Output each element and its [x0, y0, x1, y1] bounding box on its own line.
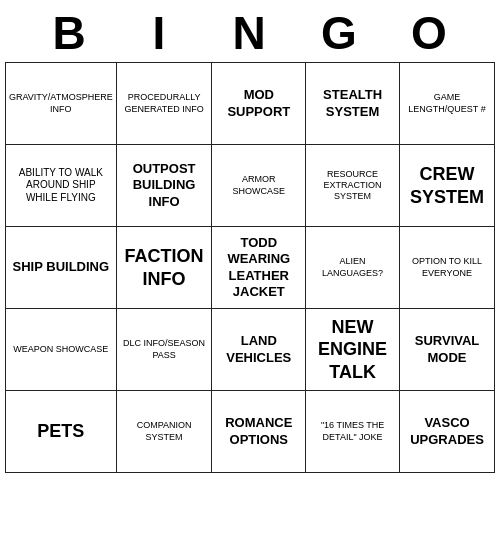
cell-content-3-0: WEAPON SHOWCASE [9, 344, 113, 355]
bingo-grid: GRAVITY/ATMOSPHERE INFOPROCEDURALLY GENE… [5, 62, 495, 473]
grid-cell-2-0: SHIP BUILDING [6, 227, 117, 309]
cell-content-3-2: LAND VEHICLES [215, 333, 302, 366]
bingo-letter-o: O [385, 6, 475, 60]
grid-cell-4-4: VASCO UPGRADES [400, 391, 495, 473]
grid-cell-2-2: TODD WEARING LEATHER JACKET [212, 227, 306, 309]
cell-content-2-0: SHIP BUILDING [9, 259, 113, 275]
grid-cell-0-3: STEALTH SYSTEM [306, 63, 400, 145]
grid-cell-0-2: MOD SUPPORT [212, 63, 306, 145]
cell-content-4-0: PETS [9, 420, 113, 443]
grid-cell-3-1: DLC INFO/SEASON PASS [116, 309, 212, 391]
cell-content-2-2: TODD WEARING LEATHER JACKET [215, 235, 302, 300]
cell-content-1-1: OUTPOST BUILDING INFO [120, 161, 209, 210]
grid-cell-1-4: CREW SYSTEM [400, 145, 495, 227]
bingo-letter-i: I [115, 6, 205, 60]
cell-content-0-1: PROCEDURALLY GENERATED INFO [120, 92, 209, 115]
cell-content-2-3: ALIEN LANGUAGES? [309, 256, 396, 279]
grid-cell-0-1: PROCEDURALLY GENERATED INFO [116, 63, 212, 145]
cell-content-1-3: RESOURCE EXTRACTION SYSTEM [309, 169, 396, 203]
grid-row-2: SHIP BUILDINGFACTION INFOTODD WEARING LE… [6, 227, 495, 309]
grid-cell-2-3: ALIEN LANGUAGES? [306, 227, 400, 309]
grid-cell-0-4: GAME LENGTH/QUEST # [400, 63, 495, 145]
cell-content-2-1: FACTION INFO [120, 245, 209, 290]
bingo-letter-g: G [295, 6, 385, 60]
cell-content-3-1: DLC INFO/SEASON PASS [120, 338, 209, 361]
grid-cell-3-0: WEAPON SHOWCASE [6, 309, 117, 391]
grid-cell-4-1: COMPANION SYSTEM [116, 391, 212, 473]
grid-cell-2-4: OPTION TO KILL EVERYONE [400, 227, 495, 309]
grid-cell-4-0: PETS [6, 391, 117, 473]
grid-row-0: GRAVITY/ATMOSPHERE INFOPROCEDURALLY GENE… [6, 63, 495, 145]
cell-content-1-4: CREW SYSTEM [403, 163, 491, 208]
bingo-letter-n: N [205, 6, 295, 60]
bingo-letter-b: B [25, 6, 115, 60]
cell-content-1-0: ABILITY TO WALK AROUND SHIP WHILE FLYING [9, 167, 113, 205]
grid-row-4: PETSCOMPANION SYSTEMROMANCE OPTIONS"16 t… [6, 391, 495, 473]
grid-cell-3-3: NEW ENGINE TALK [306, 309, 400, 391]
grid-cell-1-2: ARMOR SHOWCASE [212, 145, 306, 227]
grid-cell-2-1: FACTION INFO [116, 227, 212, 309]
grid-row-1: ABILITY TO WALK AROUND SHIP WHILE FLYING… [6, 145, 495, 227]
cell-content-4-3: "16 times the detail" JOKE [309, 420, 396, 443]
grid-cell-1-1: OUTPOST BUILDING INFO [116, 145, 212, 227]
cell-content-0-0: GRAVITY/ATMOSPHERE INFO [9, 92, 113, 115]
cell-content-4-4: VASCO UPGRADES [403, 415, 491, 448]
grid-cell-4-2: ROMANCE OPTIONS [212, 391, 306, 473]
grid-cell-4-3: "16 times the detail" JOKE [306, 391, 400, 473]
grid-cell-3-2: LAND VEHICLES [212, 309, 306, 391]
grid-cell-3-4: SURVIVAL MODE [400, 309, 495, 391]
cell-content-3-4: SURVIVAL MODE [403, 333, 491, 366]
cell-content-0-4: GAME LENGTH/QUEST # [403, 92, 491, 115]
bingo-title: BINGO [0, 0, 500, 62]
grid-row-3: WEAPON SHOWCASEDLC INFO/SEASON PASSLAND … [6, 309, 495, 391]
grid-cell-1-3: RESOURCE EXTRACTION SYSTEM [306, 145, 400, 227]
cell-content-3-3: NEW ENGINE TALK [309, 316, 396, 384]
grid-cell-0-0: GRAVITY/ATMOSPHERE INFO [6, 63, 117, 145]
cell-content-1-2: ARMOR SHOWCASE [215, 174, 302, 197]
cell-content-4-2: ROMANCE OPTIONS [215, 415, 302, 448]
cell-content-4-1: COMPANION SYSTEM [120, 420, 209, 443]
grid-cell-1-0: ABILITY TO WALK AROUND SHIP WHILE FLYING [6, 145, 117, 227]
cell-content-2-4: OPTION TO KILL EVERYONE [403, 256, 491, 279]
cell-content-0-3: STEALTH SYSTEM [309, 87, 396, 120]
cell-content-0-2: MOD SUPPORT [215, 87, 302, 120]
